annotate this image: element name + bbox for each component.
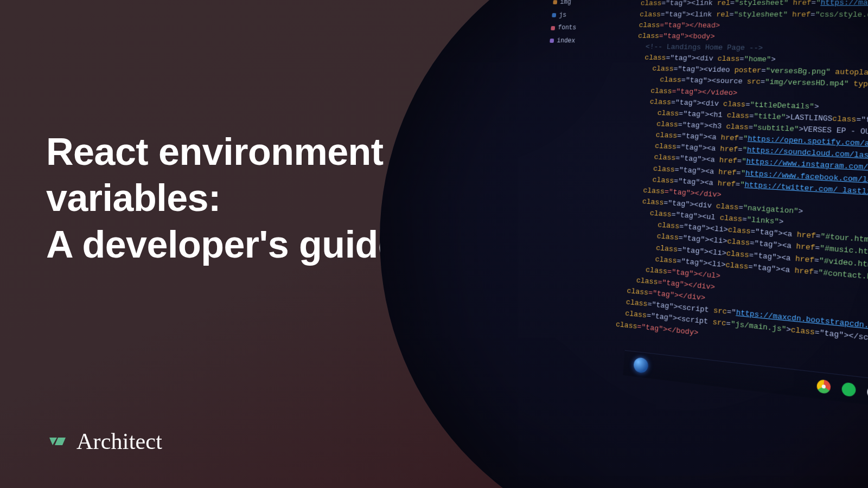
chrome-icon [816,379,831,394]
spotify-icon [841,382,856,397]
headline: React environment variables: A developer… [46,129,399,268]
taskbar-tray [816,379,868,423]
start-button-icon [633,357,649,374]
editor-code-pane: <!-- L A S T L I N G S $title -->class="… [615,0,868,376]
os-taskbar [623,350,868,430]
brand-name: Architect [76,428,162,454]
hero-card: React environment variables: A developer… [0,0,868,488]
file-tree-item: fonts [548,22,611,35]
headline-line-3: A developer's guide [46,223,399,266]
brand-lockup: Architect [46,428,162,454]
editor-file-tree: srccssimgjsfontsindex [547,0,615,48]
file-tree-item: img [551,0,613,9]
code-line: class="tag"><link rel="stylesheet" href=… [640,9,868,21]
hero-photo-circle: srccssimgjsfontsindex <!-- L A S T L I N… [380,0,868,488]
architect-logo-icon [46,430,69,453]
headline-line-1: React environment [46,131,384,173]
code-line: class="tag"><link rel="stylesheet" href=… [640,0,868,9]
file-tree-item: js [550,9,612,22]
headline-line-2: variables: [46,177,221,219]
code-editor-screen: srccssimgjsfontsindex <!-- L A S T L I N… [546,0,868,452]
file-tree-item: index [547,34,610,48]
